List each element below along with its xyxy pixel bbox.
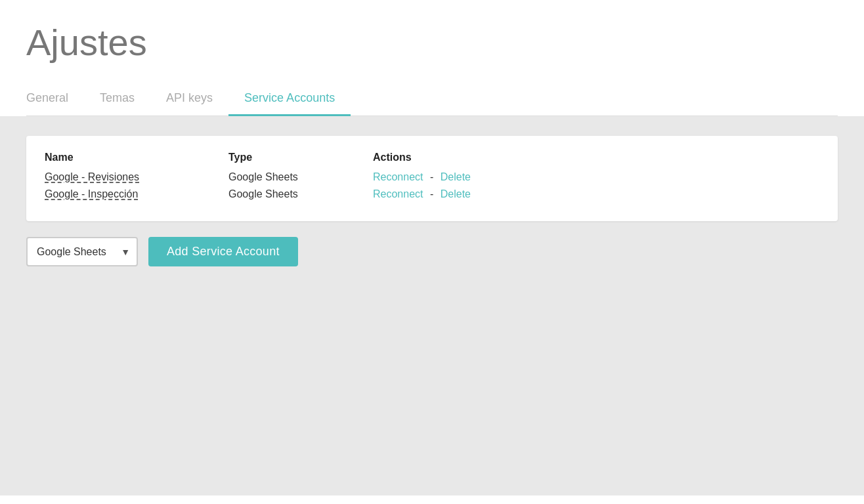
table-row: Google - Revisiones Google Sheets Reconn… [45, 171, 819, 183]
account-type-1: Google Sheets [228, 188, 373, 200]
action-separator-1: - [430, 188, 433, 200]
account-name-0: Google - Revisiones [45, 171, 228, 183]
tab-service-accounts[interactable]: Service Accounts [228, 82, 351, 116]
tab-general[interactable]: General [26, 82, 84, 116]
account-actions-1: Reconnect - Delete [373, 188, 819, 200]
tab-temas[interactable]: Temas [84, 82, 150, 116]
page-header: Ajustes General Temas API keys Service A… [0, 0, 864, 116]
delete-link-0[interactable]: Delete [441, 171, 471, 182]
col-header-type: Type [228, 152, 373, 163]
col-header-actions: Actions [373, 152, 819, 163]
account-name-1: Google - Inspección [45, 188, 228, 200]
account-type-0: Google Sheets [228, 171, 373, 183]
bottom-controls: Google Sheets ▼ Add Service Account [26, 237, 838, 266]
add-service-account-button[interactable]: Add Service Account [148, 237, 298, 266]
content-area: Name Type Actions Google - Revisiones Go… [0, 116, 864, 495]
delete-link-1[interactable]: Delete [441, 188, 471, 200]
service-type-select-wrapper: Google Sheets ▼ [26, 237, 138, 266]
table-row: Google - Inspección Google Sheets Reconn… [45, 188, 819, 200]
tab-nav: General Temas API keys Service Accounts [26, 82, 838, 116]
action-separator-0: - [430, 171, 433, 182]
service-accounts-card: Name Type Actions Google - Revisiones Go… [26, 136, 838, 221]
table-header: Name Type Actions [45, 152, 819, 163]
page-title: Ajustes [26, 21, 838, 64]
col-header-name: Name [45, 152, 228, 163]
service-type-select[interactable]: Google Sheets [26, 237, 138, 266]
tab-api-keys[interactable]: API keys [150, 82, 228, 116]
account-actions-0: Reconnect - Delete [373, 171, 819, 183]
reconnect-link-1[interactable]: Reconnect [373, 188, 423, 200]
reconnect-link-0[interactable]: Reconnect [373, 171, 423, 182]
